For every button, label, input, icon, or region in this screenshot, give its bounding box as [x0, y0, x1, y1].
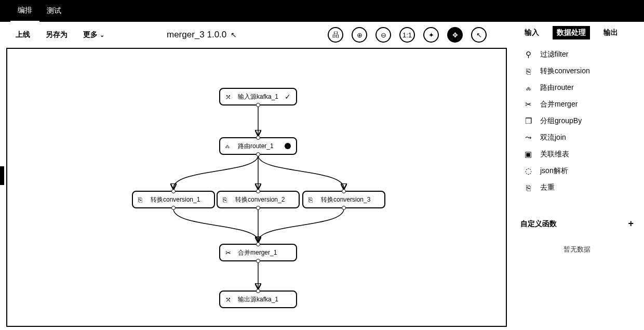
side-tabs: 输入 数据处理 输出: [520, 26, 634, 39]
left-dock-handle[interactable]: [0, 166, 4, 185]
palette-label: 去重: [540, 183, 555, 192]
publish-button[interactable]: 上线: [10, 27, 35, 43]
udf-title: 自定义函数: [520, 219, 557, 229]
node-label: 转换conversion_1: [151, 195, 200, 204]
input-icon: ⤱: [225, 93, 234, 101]
merger-icon: ✂: [225, 249, 234, 257]
merger-icon: ✂: [524, 100, 533, 109]
palette-merger[interactable]: ✂合并merger: [524, 100, 634, 109]
palette-json[interactable]: ◌json解析: [524, 166, 634, 176]
fit-button[interactable]: ✦: [423, 27, 439, 43]
sidetab-output[interactable]: 输出: [599, 26, 622, 39]
palette-label: 路由router: [540, 83, 574, 93]
palette-label: json解析: [540, 166, 568, 176]
node-merger[interactable]: ✂ 合并merger_1: [219, 244, 297, 261]
conversion-icon: ⎘: [223, 196, 231, 204]
chevron-down-icon: ⌄: [100, 32, 104, 38]
sidetab-process[interactable]: 数据处理: [553, 26, 590, 39]
conversion-icon: ⎘: [524, 67, 533, 76]
node-conversion-2[interactable]: ⎘ 转换conversion_2: [217, 191, 300, 208]
router-icon: ஃ: [524, 83, 533, 93]
palette-label: 双流join: [540, 133, 566, 142]
node-conversion-3[interactable]: ⎘ 转换conversion_3: [302, 191, 385, 208]
node-label: 合并merger_1: [238, 248, 277, 257]
more-button[interactable]: 更多⌄: [78, 27, 110, 43]
save-as-button[interactable]: 另存为: [41, 27, 73, 43]
pan-button[interactable]: ✥: [447, 27, 463, 43]
palette-filter[interactable]: ⚲过滤filter: [524, 50, 634, 59]
node-conversion-1[interactable]: ⎘ 转换conversion_1: [132, 191, 215, 208]
arrow-up-icon[interactable]: ↖: [231, 31, 237, 39]
side-panel: 输入 数据处理 输出 ⚲过滤filter ⎘转换conversion ஃ路由ro…: [510, 48, 644, 330]
status-ok-icon: ✓: [279, 93, 291, 101]
operator-palette: ⚲过滤filter ⎘转换conversion ஃ路由router ✂合并mer…: [520, 50, 634, 192]
conversion-icon: ⎘: [138, 196, 146, 204]
node-input-kafka[interactable]: ⤱ 输入源kafka_1 ✓: [219, 88, 297, 105]
palette-label: 转换conversion: [540, 67, 590, 76]
json-icon: ◌: [524, 166, 533, 176]
zoom-in-button[interactable]: ⊕: [352, 27, 367, 43]
join-icon: ⤳: [524, 133, 533, 142]
tab-test[interactable]: 测试: [39, 1, 69, 21]
select-button[interactable]: ↖: [471, 27, 487, 43]
palette-dim[interactable]: ▣关联维表: [524, 150, 634, 159]
palette-label: 分组groupBy: [540, 116, 582, 126]
distinct-icon: ⎘: [524, 183, 533, 192]
router-icon: ஃ: [225, 142, 234, 150]
palette-label: 关联维表: [540, 150, 569, 159]
flow-canvas[interactable]: ⤱ 输入源kafka_1 ✓ ஃ 路由router_1 ⎘ 转换conversi…: [6, 48, 507, 327]
output-icon: ⤱: [225, 296, 234, 303]
node-label: 转换conversion_2: [235, 195, 285, 204]
add-udf-button[interactable]: +: [628, 218, 634, 229]
palette-distinct[interactable]: ⎘去重: [524, 183, 634, 192]
palette-router[interactable]: ஃ路由router: [524, 83, 634, 93]
top-nav: 编排 测试: [0, 0, 644, 22]
flow-name: merger_3 1.0.0: [167, 30, 226, 40]
node-output-kafka[interactable]: ⤱ 输出源kafka_1: [219, 291, 297, 308]
palette-join[interactable]: ⤳双流join: [524, 133, 634, 142]
palette-label: 合并merger: [540, 100, 578, 109]
palette-label: 过滤filter: [540, 50, 568, 59]
zoom-reset-button[interactable]: 1:1: [399, 27, 415, 43]
palette-conversion[interactable]: ⎘转换conversion: [524, 67, 634, 76]
node-label: 输出源kafka_1: [238, 295, 278, 304]
conversion-icon: ⎘: [308, 196, 317, 204]
status-dot-icon: [285, 143, 291, 149]
udf-empty-text: 暂无数据: [520, 245, 634, 254]
more-label: 更多: [83, 30, 98, 38]
flow-title: merger_3 1.0.0 ↖: [167, 30, 237, 40]
zoom-out-button[interactable]: ⊖: [375, 27, 391, 43]
filter-icon: ⚲: [524, 50, 533, 59]
udf-header: 自定义函数 +: [520, 218, 634, 229]
node-router[interactable]: ஃ 路由router_1: [219, 137, 297, 155]
dim-icon: ▣: [524, 150, 533, 159]
node-label: 输入源kafka_1: [238, 93, 278, 101]
node-label: 转换conversion_3: [321, 195, 370, 204]
groupby-icon: ❒: [524, 116, 533, 126]
sidetab-input[interactable]: 输入: [520, 26, 543, 39]
palette-groupby[interactable]: ❒分组groupBy: [524, 116, 634, 126]
node-label: 路由router_1: [238, 142, 274, 151]
layout-tree-button[interactable]: 品: [328, 27, 343, 43]
tab-arrange[interactable]: 编排: [10, 0, 39, 22]
